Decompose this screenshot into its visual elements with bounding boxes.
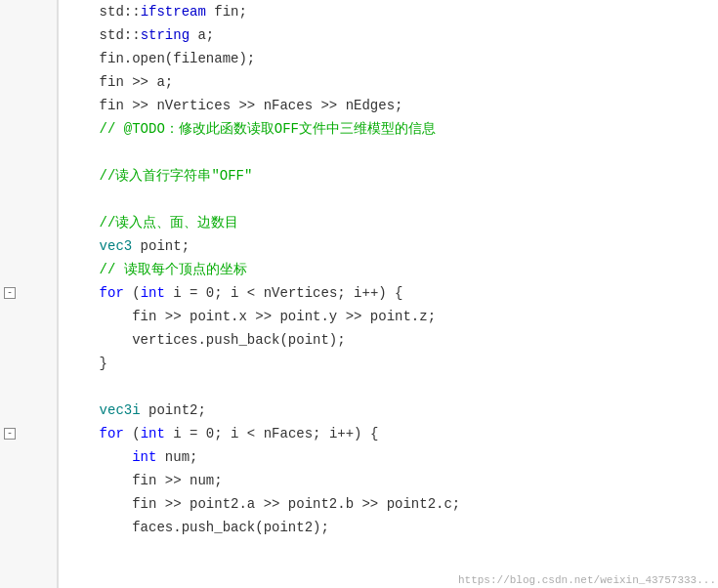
- gutter-row-20: [0, 469, 57, 492]
- collapse-icon[interactable]: -: [4, 287, 16, 299]
- gutter-row-2: [0, 47, 57, 70]
- code-line-19: int num;: [59, 445, 718, 469]
- code-line-12: for (int i = 0; i < nVertices; i++) {: [59, 281, 718, 305]
- code-line-17: vec3i point2;: [59, 399, 718, 422]
- code-line-1: std::string a;: [59, 23, 718, 47]
- collapse-icon[interactable]: -: [4, 428, 16, 440]
- code-line-5: // @TODO：修改此函数读取OFF文件中三维模型的信息: [59, 117, 718, 141]
- code-line-4: fin >> nVertices >> nFaces >> nEdges;: [59, 94, 718, 117]
- code-line-22: faces.push_back(point2);: [59, 516, 718, 539]
- gutter-row-19: [0, 445, 57, 469]
- gutter-row-17: [0, 399, 57, 422]
- code-line-15: }: [59, 352, 718, 375]
- gutter-row-22: [0, 516, 57, 539]
- gutter-row-3: [0, 70, 57, 94]
- code-line-18: for (int i = 0; i < nFaces; i++) {: [59, 422, 718, 445]
- code-content: std::ifstream fin; std::string a; fin.op…: [59, 0, 718, 588]
- code-line-2: fin.open(filename);: [59, 47, 718, 70]
- code-line-11: // 读取每个顶点的坐标: [59, 258, 718, 281]
- line-gutter: --: [0, 0, 59, 588]
- gutter-row-5: [0, 117, 57, 141]
- gutter-row-12: -: [0, 281, 57, 305]
- code-line-6: [59, 141, 718, 164]
- code-line-9: //读入点、面、边数目: [59, 211, 718, 234]
- code-line-14: vertices.push_back(point);: [59, 328, 718, 352]
- gutter-row-14: [0, 328, 57, 352]
- gutter-row-7: [0, 164, 57, 188]
- gutter-row-6: [0, 141, 57, 164]
- code-line-21: fin >> point2.a >> point2.b >> point2.c;: [59, 492, 718, 516]
- code-line-0: std::ifstream fin;: [59, 0, 718, 23]
- gutter-row-1: [0, 23, 57, 47]
- gutter-row-13: [0, 305, 57, 328]
- gutter-row-4: [0, 94, 57, 117]
- gutter-row-9: [0, 211, 57, 234]
- code-line-20: fin >> num;: [59, 469, 718, 492]
- gutter-row-21: [0, 492, 57, 516]
- gutter-row-0: [0, 0, 57, 23]
- gutter-row-8: [0, 188, 57, 211]
- code-line-10: vec3 point;: [59, 234, 718, 258]
- code-line-16: [59, 375, 718, 399]
- code-line-7: //读入首行字符串"OFF": [59, 164, 718, 188]
- code-line-3: fin >> a;: [59, 70, 718, 94]
- gutter-row-18: -: [0, 422, 57, 445]
- code-line-13: fin >> point.x >> point.y >> point.z;: [59, 305, 718, 328]
- code-line-8: [59, 188, 718, 211]
- watermark: https://blog.csdn.net/weixin_43757333...: [458, 574, 716, 586]
- gutter-row-11: [0, 258, 57, 281]
- gutter-row-15: [0, 352, 57, 375]
- gutter-row-16: [0, 375, 57, 399]
- gutter-row-10: [0, 234, 57, 258]
- code-editor: -- std::ifstream fin; std::string a; fin…: [0, 0, 718, 588]
